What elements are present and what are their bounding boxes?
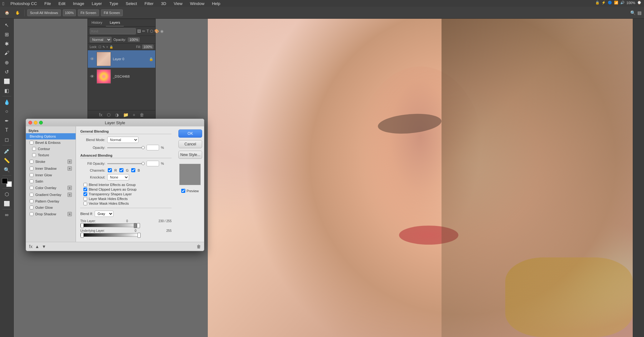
drop-shadow-checkbox[interactable] [30, 212, 33, 216]
move-tool-icon[interactable]: ✋ [13, 8, 22, 17]
filter-icon-2[interactable]: ✏ [142, 29, 145, 33]
inner-glow-checkbox[interactable] [30, 173, 33, 177]
opacity-value-input[interactable]: 100 [147, 145, 159, 150]
delete-layer-icon[interactable]: 🗑 [138, 112, 145, 118]
type-tool[interactable]: T [2, 126, 12, 134]
bevel-emboss-checkbox[interactable] [30, 141, 33, 144]
filter-icon-4[interactable]: ⬡ [150, 29, 153, 33]
screen-mode-icon[interactable]: ⬜ [2, 199, 12, 208]
this-layer-handle-left[interactable] [81, 223, 84, 228]
eraser-tool[interactable]: ⬜ [2, 77, 12, 85]
fit-screen-button[interactable]: Fit Screen [78, 9, 99, 16]
layer-0-visibility-icon[interactable]: 👁 [90, 56, 95, 61]
style-item-bevel-emboss[interactable]: Bevel & Emboss [26, 139, 76, 146]
gradient-tool[interactable]: ◧ [2, 86, 12, 95]
search-icon[interactable]: 🔍 [630, 10, 636, 15]
fill-opacity-slider[interactable] [107, 163, 145, 164]
panels-icon[interactable]: ▤ [637, 10, 642, 15]
menu-file[interactable]: File [43, 1, 52, 7]
this-layer-slider-track[interactable] [80, 223, 140, 227]
blur-tool[interactable]: 💧 [2, 98, 12, 106]
dialog-minimize-button[interactable] [34, 121, 37, 125]
eyedropper-tool[interactable]: 💉 [2, 147, 12, 155]
underlying-handle-right[interactable] [137, 233, 141, 238]
history-brush[interactable]: ↺ [2, 67, 12, 76]
style-item-drop-shadow[interactable]: Drop Shadow + [26, 211, 76, 217]
zoom-input[interactable] [63, 9, 76, 16]
style-item-contour[interactable]: Contour [26, 146, 76, 152]
dialog-titlebar[interactable]: Layer Style [26, 119, 204, 126]
layer-1-visibility-icon[interactable]: 👁 [90, 74, 95, 79]
new-layer-icon[interactable]: + [132, 112, 137, 118]
blend-mode-dropdown[interactable]: Normal [107, 137, 138, 143]
pattern-overlay-checkbox[interactable] [30, 199, 33, 203]
style-item-pattern-overlay[interactable]: Pattern Overlay [26, 198, 76, 204]
filter-icon-3[interactable]: T [147, 29, 149, 33]
style-item-satin[interactable]: Satin [26, 178, 76, 184]
color-overlay-checkbox[interactable] [30, 186, 33, 190]
fill-opacity-input[interactable]: 100 [147, 161, 159, 166]
footer-fx-icon[interactable]: fx [29, 244, 32, 249]
3d-icon[interactable]: ∞ [2, 211, 12, 219]
mask-mode-icon[interactable]: ⬡ [2, 190, 12, 198]
healing-tool[interactable]: ✱ [2, 39, 12, 48]
new-style-button[interactable]: New Style... [178, 151, 202, 159]
dialog-maximize-button[interactable] [39, 121, 43, 125]
footer-down-icon[interactable]: ▼ [42, 244, 46, 249]
outer-glow-checkbox[interactable] [30, 206, 33, 209]
channel-b-checkbox[interactable] [131, 168, 135, 172]
path-tool[interactable]: ◻ [2, 135, 12, 144]
style-item-outer-glow[interactable]: Outer Glow [26, 204, 76, 211]
lock-pixels-icon[interactable]: ☐ [98, 45, 101, 49]
filter-icon-1[interactable]: 🖼 [137, 29, 141, 33]
this-layer-handle-right1[interactable] [134, 223, 137, 228]
style-item-texture[interactable]: Texture [26, 152, 76, 158]
lock-all-icon[interactable]: + [106, 45, 108, 49]
scroll-windows-button[interactable]: Scroll All Windows [27, 9, 61, 16]
selection-tool[interactable]: ↖ [2, 21, 12, 29]
channel-g-checkbox[interactable] [119, 168, 123, 172]
home-icon[interactable]: 🏠 [2, 8, 11, 17]
footer-up-icon[interactable]: ▲ [35, 244, 39, 249]
layer-item-0[interactable]: 👁 Layer 0 🔒 [88, 50, 155, 68]
brush-tool[interactable]: 🖌 [2, 49, 12, 57]
dialog-close-button[interactable] [28, 121, 32, 125]
menu-3d[interactable]: 3D [160, 1, 167, 7]
tab-layers[interactable]: Layers [106, 19, 124, 27]
style-item-inner-glow[interactable]: Inner Glow [26, 172, 76, 178]
opacity-input[interactable] [128, 37, 140, 42]
texture-checkbox[interactable] [32, 153, 36, 157]
menu-type[interactable]: Type [108, 1, 119, 7]
blend-interior-checkbox[interactable] [83, 183, 87, 187]
menu-photoshop[interactable]: Photoshop CC [9, 1, 38, 7]
menu-select[interactable]: Select [124, 1, 138, 7]
lock-icon[interactable]: 🔒 [109, 45, 113, 49]
fill-input[interactable] [142, 45, 153, 49]
menu-layer[interactable]: Layer [91, 1, 103, 7]
knockout-dropdown[interactable]: None [107, 174, 129, 180]
crop-tool[interactable]: ⊞ [2, 30, 12, 39]
blend-if-dropdown[interactable]: Gray [95, 211, 113, 217]
style-item-inner-shadow[interactable]: Inner Shadow + [26, 165, 76, 172]
drop-shadow-add-icon[interactable]: + [67, 212, 72, 216]
preview-checkbox[interactable] [181, 189, 185, 193]
style-item-stroke[interactable]: Stroke + [26, 158, 76, 165]
menu-view[interactable]: View [172, 1, 184, 7]
stroke-checkbox[interactable] [30, 160, 33, 164]
zoom-tool[interactable]: 🔍 [2, 165, 12, 174]
layer-fx-icon[interactable]: fx [98, 112, 104, 118]
measure-tool[interactable]: 📏 [2, 156, 12, 165]
inner-shadow-add-icon[interactable]: + [67, 166, 72, 171]
gradient-overlay-add-icon[interactable]: + [67, 193, 72, 197]
tab-history[interactable]: History [88, 19, 106, 27]
apple-logo-icon[interactable]:  [2, 1, 4, 6]
color-swatches[interactable] [2, 178, 12, 187]
opacity-slider[interactable] [107, 147, 145, 148]
add-group-icon[interactable]: 📁 [122, 112, 130, 118]
clone-tool[interactable]: ⊕ [2, 58, 12, 67]
ok-button[interactable]: OK [178, 129, 202, 138]
inner-shadow-checkbox[interactable] [30, 167, 33, 170]
color-overlay-add-icon[interactable]: + [67, 186, 72, 190]
dodge-tool[interactable]: ○ [2, 107, 12, 116]
transparency-shapes-checkbox[interactable] [83, 192, 87, 196]
